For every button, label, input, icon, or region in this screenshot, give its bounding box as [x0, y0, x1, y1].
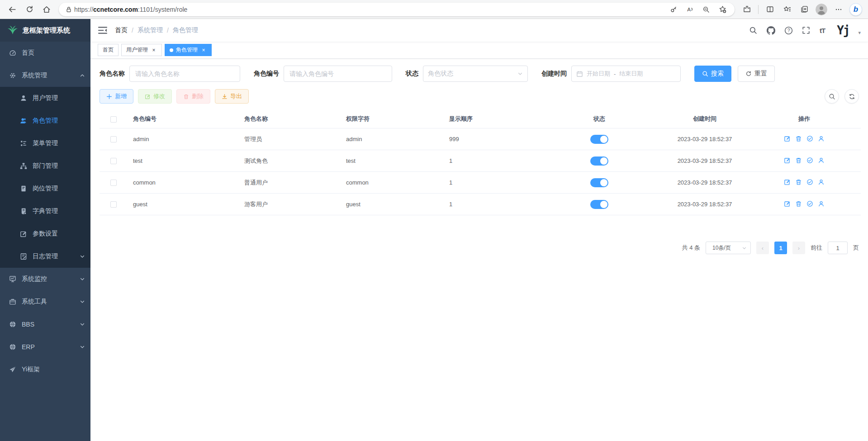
- row-checkbox[interactable]: [110, 158, 117, 164]
- page-size-select[interactable]: 10条/页: [706, 242, 751, 254]
- status-toggle[interactable]: [590, 178, 608, 187]
- font-size-icon[interactable]: tT: [820, 27, 825, 34]
- auth-action-icon[interactable]: [806, 200, 813, 207]
- bing-chat-icon[interactable]: b: [848, 3, 863, 16]
- sidebar-item-system-tools[interactable]: 系统工具: [0, 290, 90, 313]
- delete-action-icon[interactable]: [795, 200, 802, 207]
- status-select[interactable]: 角色状态: [423, 66, 528, 82]
- add-button[interactable]: 新增: [100, 89, 133, 104]
- breadcrumb-system[interactable]: 系统管理: [138, 26, 163, 34]
- col-actions: 操作: [748, 110, 861, 128]
- cell-role-code: guest: [128, 194, 239, 215]
- row-checkbox[interactable]: [110, 201, 117, 208]
- sidebar-item-bbs[interactable]: BBS: [0, 313, 90, 336]
- tab-user-mgmt[interactable]: 用户管理 ×: [121, 44, 162, 56]
- role-name-input[interactable]: [129, 66, 240, 82]
- split-screen-icon[interactable]: [762, 3, 778, 16]
- sidebar-item-role-mgmt[interactable]: 角色管理: [0, 109, 90, 132]
- favorites-icon[interactable]: [779, 3, 795, 16]
- tab-home[interactable]: 首页: [98, 44, 119, 56]
- cell-role-code: test: [128, 150, 239, 172]
- assign-user-action-icon[interactable]: [818, 135, 825, 142]
- page-1-button[interactable]: 1: [774, 242, 787, 254]
- sidebar-item-dict-mgmt[interactable]: 字典管理: [0, 200, 90, 223]
- assign-user-action-icon[interactable]: [818, 200, 825, 207]
- address-bar[interactable]: https://ccnetcore.com:1101/system/role A: [59, 3, 735, 16]
- zoom-out-icon[interactable]: [698, 3, 714, 16]
- page-unit-label: 页: [853, 244, 859, 252]
- row-checkbox[interactable]: [110, 180, 117, 186]
- delete-action-icon[interactable]: [795, 179, 802, 185]
- chevron-down-icon: [80, 322, 85, 327]
- sidebar-item-system-monitor[interactable]: 系统监控: [0, 268, 90, 290]
- browser-back-icon[interactable]: [5, 3, 20, 16]
- sidebar-item-param-settings[interactable]: 参数设置: [0, 223, 90, 245]
- id-badge-icon: [20, 185, 27, 192]
- status-toggle[interactable]: [590, 200, 608, 209]
- auth-action-icon[interactable]: [806, 157, 813, 164]
- sidebar-item-erp[interactable]: ERP: [0, 336, 90, 358]
- browser-home-icon[interactable]: [39, 3, 54, 16]
- add-favorite-icon[interactable]: [715, 3, 730, 16]
- search-button[interactable]: 搜索: [694, 66, 731, 82]
- date-separator: -: [614, 71, 616, 77]
- delete-action-icon[interactable]: [795, 135, 802, 142]
- row-checkbox[interactable]: [110, 136, 117, 142]
- user-menu-caret-icon[interactable]: ▾: [858, 30, 861, 36]
- collections-icon[interactable]: [797, 3, 812, 16]
- edit-action-icon[interactable]: [784, 135, 791, 142]
- prev-page-button[interactable]: ‹: [756, 242, 769, 254]
- more-options-icon[interactable]: [831, 3, 846, 16]
- breadcrumb-home[interactable]: 首页: [115, 26, 128, 34]
- password-key-icon[interactable]: [666, 3, 681, 16]
- user-logo[interactable]: Yj: [837, 24, 849, 37]
- edit-action-icon[interactable]: [784, 200, 791, 207]
- sidebar-item-user-mgmt[interactable]: 用户管理: [0, 87, 90, 109]
- sidebar-item-home[interactable]: 首页: [0, 42, 90, 64]
- close-tab-icon[interactable]: ×: [200, 47, 207, 53]
- assign-user-action-icon[interactable]: [818, 157, 825, 164]
- delete-action-icon[interactable]: [795, 157, 802, 164]
- auth-action-icon[interactable]: [806, 179, 813, 185]
- sidebar-menu: 首页 系统管理 用户管理: [0, 42, 90, 441]
- sidebar-item-log-mgmt[interactable]: 日志管理: [0, 245, 90, 268]
- tab-role-mgmt[interactable]: 角色管理 ×: [165, 44, 212, 56]
- goto-page-input[interactable]: [828, 242, 848, 254]
- help-icon[interactable]: ?: [784, 26, 793, 35]
- sidebar-item-dept-mgmt[interactable]: 部门管理: [0, 155, 90, 177]
- github-icon[interactable]: [767, 26, 775, 35]
- role-code-input[interactable]: [284, 66, 392, 82]
- edit-action-icon[interactable]: [784, 179, 791, 185]
- browser-essentials-icon[interactable]: [739, 3, 754, 16]
- sidebar-item-system-mgmt[interactable]: 系统管理: [0, 64, 90, 87]
- reset-button[interactable]: 重置: [738, 66, 775, 82]
- date-range-picker[interactable]: 开始日期 - 结束日期: [571, 66, 681, 82]
- refresh-table-button[interactable]: [844, 89, 859, 104]
- url-text[interactable]: https://ccnetcore.com:1101/system/role: [74, 6, 666, 13]
- edit-icon: [145, 94, 151, 100]
- download-icon: [222, 94, 228, 100]
- sidebar-item-yi-framework[interactable]: Yi框架: [0, 358, 90, 381]
- header-search-icon[interactable]: [749, 26, 758, 35]
- read-aloud-icon[interactable]: A: [682, 3, 697, 16]
- next-page-button[interactable]: ›: [792, 242, 805, 254]
- status-toggle[interactable]: [590, 156, 608, 166]
- edit-button[interactable]: 修改: [138, 89, 172, 104]
- sidebar-item-menu-mgmt[interactable]: 菜单管理: [0, 132, 90, 155]
- browser-refresh-icon[interactable]: [22, 3, 37, 16]
- close-tab-icon[interactable]: ×: [151, 47, 157, 53]
- sidebar-fold-icon[interactable]: [98, 25, 108, 35]
- select-all-checkbox[interactable]: [110, 116, 117, 123]
- chevron-down-icon: [742, 246, 747, 251]
- export-button[interactable]: 导出: [215, 89, 249, 104]
- edit-action-icon[interactable]: [784, 157, 791, 164]
- delete-button[interactable]: 删除: [176, 89, 210, 104]
- profile-avatar[interactable]: [814, 3, 829, 16]
- show-search-button[interactable]: [825, 89, 839, 104]
- fullscreen-icon[interactable]: [802, 26, 811, 35]
- users-icon: [20, 117, 27, 124]
- assign-user-action-icon[interactable]: [818, 179, 825, 185]
- status-toggle[interactable]: [590, 135, 608, 144]
- sidebar-item-post-mgmt[interactable]: 岗位管理: [0, 177, 90, 200]
- auth-action-icon[interactable]: [806, 135, 813, 142]
